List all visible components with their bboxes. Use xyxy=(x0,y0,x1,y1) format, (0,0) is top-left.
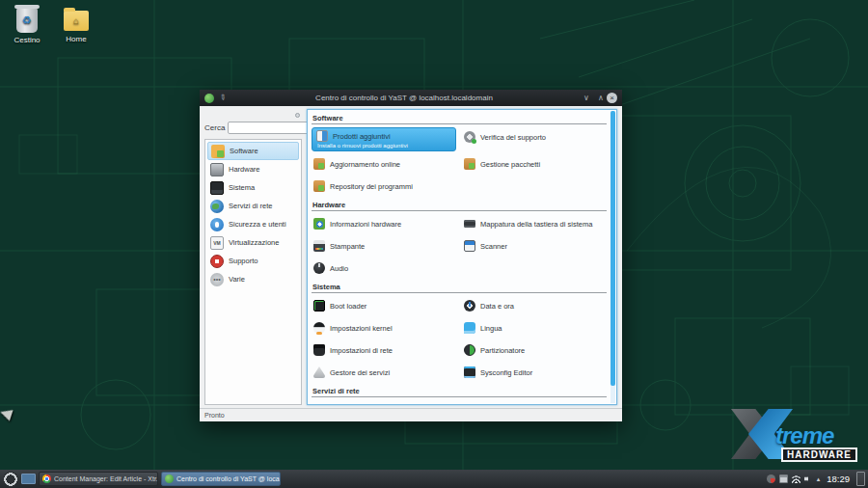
software-icon xyxy=(211,145,225,158)
taskbar: Content Manager: Edit Article - Xtr... C… xyxy=(0,470,868,488)
module-label: Prodotti aggiuntivi xyxy=(333,132,391,141)
keyboard-icon xyxy=(464,220,475,228)
minimize-button[interactable]: ∨ xyxy=(581,94,592,102)
system-terminal-icon xyxy=(210,181,224,195)
module-audio[interactable]: Audio xyxy=(312,258,456,278)
module-partizionatore[interactable]: Partizionatore xyxy=(462,340,607,360)
module-label: Audio xyxy=(330,264,348,273)
section-header-hardware: Hardware xyxy=(312,198,607,211)
desktop-icon-trash[interactable]: ♻ Cestino xyxy=(2,8,52,44)
module-stampante[interactable]: Stampante xyxy=(312,236,456,256)
task-yast-control-center[interactable]: Centro di controllo di YaST @ local... xyxy=(161,472,281,486)
chrome-icon xyxy=(42,474,51,483)
clock[interactable]: 18:29 xyxy=(823,474,854,484)
sidebar-item-label: Software xyxy=(230,147,258,155)
module-mappatura-tastiera[interactable]: Mappatura della tastiera di sistema xyxy=(462,214,607,233)
status-text: Pronto xyxy=(204,412,225,419)
module-impostazioni-di-rete[interactable]: Impostazioni di rete xyxy=(312,340,456,360)
module-label: Lingua xyxy=(480,324,502,333)
lifebuoy-icon xyxy=(210,255,224,268)
module-label: Gestione pacchetti xyxy=(480,160,540,169)
lock-icon xyxy=(210,218,224,231)
home-folder-icon: ⌂ xyxy=(64,11,89,31)
watermark-treme-text: treme xyxy=(775,422,833,449)
module-label: Repository dei programmi xyxy=(330,182,413,191)
module-lingua[interactable]: Lingua xyxy=(462,318,607,338)
ldap-book-icon xyxy=(464,404,475,405)
scrollbar-thumb[interactable] xyxy=(610,111,615,386)
task-label: Centro di controllo di YaST @ local... xyxy=(176,475,281,482)
tray-expand-caret-icon[interactable]: ▴ xyxy=(817,474,821,483)
module-gestione-pacchetti[interactable]: Gestione pacchetti xyxy=(462,154,607,174)
sidebar-item-label: Virtualizzazione xyxy=(229,238,279,247)
mouse-cursor xyxy=(0,406,14,420)
sidebar-item-sistema[interactable]: Sistema xyxy=(207,178,299,197)
volume-tray-icon[interactable] xyxy=(804,474,813,483)
hardware-icon xyxy=(210,163,224,176)
pin-icon[interactable]: ✎ xyxy=(217,93,228,103)
category-list: Software Hardware Sistema Servizi di ret… xyxy=(204,139,302,405)
system-tray: ▴ xyxy=(767,474,821,483)
virtual-desktop-pager[interactable] xyxy=(21,474,36,484)
window-title: Centro di controllo di YaST @ localhost.… xyxy=(231,94,578,102)
module-verifica-del-supporto[interactable]: Verifica del supporto xyxy=(462,127,607,147)
module-data-e-ora[interactable]: Data e ora xyxy=(462,296,607,315)
module-panel: Software Prodotti aggiuntivi Installa o … xyxy=(307,109,617,405)
support-check-icon xyxy=(464,131,475,143)
sidebar-item-label: Sicurezza e utenti xyxy=(229,220,286,229)
scanner-icon xyxy=(464,240,475,252)
window-titlebar[interactable]: ✎ Centro di controllo di YaST @ localhos… xyxy=(200,90,622,106)
sidebar-item-label: Sistema xyxy=(229,183,255,192)
audio-knob-icon xyxy=(313,262,325,274)
sidebar-item-software[interactable]: Software xyxy=(207,142,299,160)
sidebar-item-virtualizzazione[interactable]: VMVirtualizzazione xyxy=(207,233,299,252)
module-gestore-dei-servizi[interactable]: Gestore dei servizi xyxy=(312,363,456,382)
hardware-info-icon xyxy=(313,218,325,230)
desktop-icon-label: Home xyxy=(51,35,101,43)
panel-scrollbar[interactable] xyxy=(610,111,615,403)
wifi-tray-icon[interactable] xyxy=(792,474,800,483)
module-label: Stampante xyxy=(330,242,365,251)
display-tray-icon[interactable] xyxy=(779,474,788,483)
module-scanner[interactable]: Scanner xyxy=(462,236,607,256)
module-sysconfig-editor[interactable]: Sysconfig Editor xyxy=(462,363,607,382)
clock-icon xyxy=(464,300,475,312)
section-header-sistema: Sistema xyxy=(312,280,607,293)
module-prodotti-aggiuntivi[interactable]: Prodotti aggiuntivi Installa o rimuovi p… xyxy=(312,127,456,151)
hostnames-icon xyxy=(313,404,325,405)
sidebar-item-label: Varie xyxy=(229,275,245,284)
sidebar-item-hardware[interactable]: Hardware xyxy=(207,160,299,178)
module-nomi-host[interactable]: Nomi host xyxy=(312,400,456,405)
section-header-servizi-di-rete: Servizi di rete xyxy=(312,384,607,397)
app-launcher-button[interactable] xyxy=(3,472,18,487)
module-boot-loader[interactable]: Boot loader xyxy=(312,296,456,315)
module-repository-dei-programmi[interactable]: Repository dei programmi xyxy=(312,176,456,196)
gear-icon[interactable] xyxy=(295,113,300,118)
sidebar-item-varie[interactable]: •••Varie xyxy=(207,270,299,288)
maximize-button[interactable]: ∧ xyxy=(595,94,607,102)
module-aggiornamento-online[interactable]: Aggiornamento online xyxy=(312,154,456,174)
sidebar-item-servizi-di-rete[interactable]: Servizi di rete xyxy=(207,197,299,215)
module-ldap-e-kerberos[interactable]: LDAP e Kerberos xyxy=(462,400,607,405)
module-impostazioni-kernel[interactable]: Impostazioni kernel xyxy=(312,318,456,338)
software-update-tray-icon[interactable] xyxy=(767,474,775,483)
module-informazioni-hardware[interactable]: Informazioni hardware xyxy=(312,214,456,233)
services-manager-icon xyxy=(313,366,325,378)
module-label: Mappatura della tastiera di sistema xyxy=(480,220,592,229)
partitioner-icon xyxy=(464,344,475,356)
language-bubble-icon xyxy=(464,322,475,334)
yast-app-icon xyxy=(204,94,214,103)
addon-products-icon xyxy=(316,130,328,142)
module-subtitle: Installa o rimuovi prodotti aggiuntivi xyxy=(316,143,451,149)
sidebar-item-sicurezza-e-utenti[interactable]: Sicurezza e utenti xyxy=(207,215,299,233)
close-button[interactable]: × xyxy=(607,93,617,103)
task-content-manager[interactable]: Content Manager: Edit Article - Xtr... xyxy=(39,472,158,486)
tux-penguin-icon xyxy=(313,322,325,334)
task-label: Content Manager: Edit Article - Xtr... xyxy=(54,475,158,482)
show-desktop-button[interactable] xyxy=(856,472,865,486)
module-label: Impostazioni di rete xyxy=(330,346,393,355)
module-label: Data e ora xyxy=(480,302,514,311)
desktop-icon-home[interactable]: ⌂ Home xyxy=(51,8,101,43)
sidebar-item-supporto[interactable]: Supporto xyxy=(207,252,299,270)
sidebar-item-label: Hardware xyxy=(229,165,260,174)
